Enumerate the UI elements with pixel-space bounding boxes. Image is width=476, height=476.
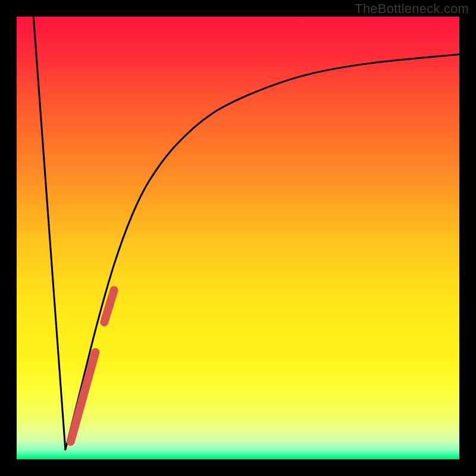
curve-layer [17, 17, 459, 459]
plot-area [17, 17, 459, 459]
chart-stage: TheBottleneck.com [0, 0, 476, 476]
watermark-text: TheBottleneck.com [355, 1, 469, 17]
